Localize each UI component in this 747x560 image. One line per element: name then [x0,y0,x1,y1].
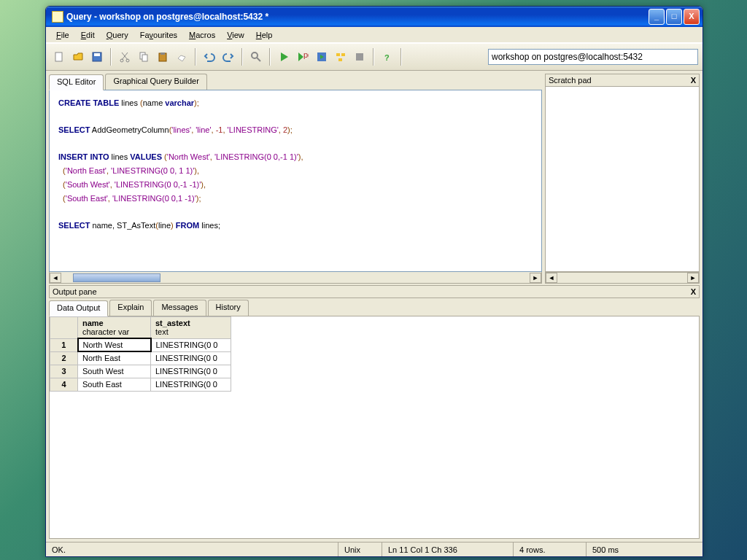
scratch-pad-panel: Scratch padX ◄► [545,74,700,284]
output-pane: Output paneX Data Output Explain Message… [49,285,700,539]
status-mode: Unix [338,542,382,556]
paste-icon[interactable] [154,48,171,66]
scratch-close-icon[interactable]: X [691,76,696,85]
svg-rect-13 [341,53,345,56]
clear-icon[interactable] [173,48,190,66]
close-button[interactable]: X [684,9,700,25]
tab-data-output[interactable]: Data Output [49,300,108,316]
status-time: 500 ms [586,542,703,556]
cut-icon[interactable] [116,48,133,66]
open-icon[interactable] [69,48,87,66]
save-icon[interactable] [88,48,106,66]
find-icon[interactable] [247,48,265,66]
maximize-button[interactable]: □ [666,9,682,25]
output-close-icon[interactable]: X [691,287,696,296]
status-position: Ln 11 Col 1 Ch 336 [382,542,513,556]
menu-file[interactable]: File [50,29,75,41]
help-icon[interactable]: ? [379,48,396,66]
svg-rect-6 [142,55,147,61]
table-row[interactable]: 2North EastLINESTRING(0 0 [50,351,231,365]
menu-query[interactable]: Query [101,29,134,41]
menu-favourites[interactable]: Favourites [134,29,183,41]
svg-rect-2 [94,53,100,56]
execute-icon[interactable] [275,48,293,66]
menu-view[interactable]: View [221,29,250,41]
query-window: Query - workshop on postgres@localhost:5… [45,6,703,557]
cancel-icon[interactable] [351,48,368,66]
sql-editor[interactable]: CREATE TABLE lines (name varchar); SELEC… [49,90,542,272]
svg-rect-14 [338,58,342,61]
connection-selector[interactable] [488,49,698,65]
table-row[interactable]: 4South EastLINESTRING(0 0 [50,378,231,391]
result-grid[interactable]: namecharacter var st_astexttext 1North W… [49,316,700,539]
tab-sql-editor[interactable]: SQL Editor [49,74,104,90]
table-row[interactable]: 1North WestLINESTRING(0 0 [50,338,231,351]
svg-rect-0 [55,52,62,61]
status-ok: OK. [46,542,338,556]
new-icon[interactable] [50,48,68,66]
svg-text:pg: pg [303,51,309,59]
editor-hscrollbar[interactable]: ◄► [49,272,542,284]
titlebar[interactable]: Query - workshop on postgres@localhost:5… [46,7,703,27]
svg-rect-8 [160,52,165,55]
copy-icon[interactable] [135,48,152,66]
svg-text:?: ? [384,53,390,62]
minimize-button[interactable]: _ [649,9,665,25]
scratch-hscrollbar[interactable]: ◄► [545,272,700,284]
execute-pgscript-icon[interactable]: pg [294,48,311,66]
menu-macros[interactable]: Macros [183,29,221,41]
scratch-pad-title: Scratch pad [549,76,592,85]
output-pane-title: Output pane [53,287,97,296]
menu-help[interactable]: Help [250,29,279,41]
svg-point-9 [252,52,258,58]
redo-icon[interactable] [220,48,237,66]
col-header-name[interactable]: namecharacter var [78,317,151,339]
explain-icon[interactable] [332,48,349,66]
scratch-pad[interactable] [545,87,700,272]
tab-messages[interactable]: Messages [153,300,206,316]
col-header-stastext[interactable]: st_astexttext [151,317,231,339]
statusbar: OK. Unix Ln 11 Col 1 Ch 336 4 rows. 500 … [46,542,703,556]
row-header-blank[interactable] [50,317,78,339]
svg-rect-15 [356,53,363,61]
menubar: File Edit Query Favourites Macros View H… [46,27,703,43]
table-row[interactable]: 3South WestLINESTRING(0 0 [50,365,231,378]
svg-rect-12 [336,53,340,56]
tab-explain[interactable]: Explain [109,300,152,316]
menu-edit[interactable]: Edit [75,29,101,41]
tab-history[interactable]: History [208,300,249,316]
app-icon [52,11,63,23]
status-rows: 4 rows. [513,542,586,556]
execute-file-icon[interactable] [313,48,330,66]
window-title: Query - workshop on postgres@localhost:5… [66,12,649,22]
tab-graphical-query-builder[interactable]: Graphical Query Builder [105,74,206,90]
toolbar: pg ? [46,43,703,71]
editor-panel: SQL Editor Graphical Query Builder CREAT… [49,74,542,284]
undo-icon[interactable] [201,48,218,66]
